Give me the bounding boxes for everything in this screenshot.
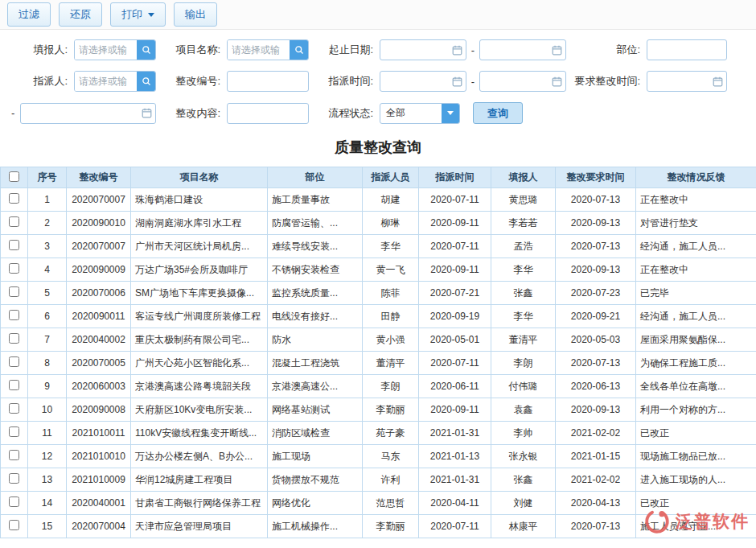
project-search-button[interactable] [290,40,308,60]
assignee-link[interactable]: 李勤丽 [363,398,419,422]
calendar-icon[interactable] [713,76,723,87]
row-checkbox[interactable] [9,496,19,507]
project-link[interactable]: 华润12城房建工程项目 [131,468,268,492]
project-link[interactable]: 天津市应急管理局项目 [131,515,268,538]
project-input[interactable] [228,40,290,60]
project-link[interactable]: 珠海鹤港口建设 [131,188,268,212]
reporter-link[interactable]: 张永银 [491,445,556,468]
code-link[interactable]: 2020060003 [67,375,131,398]
reporter-link[interactable]: 李华 [491,305,556,328]
row-checkbox[interactable] [9,426,19,437]
code-link[interactable]: 2020090010 [67,212,131,235]
code-link[interactable]: 2020070007 [67,235,131,258]
row-checkbox[interactable] [9,473,19,484]
select-all-checkbox[interactable] [9,171,19,182]
reporter-link[interactable]: 李若若 [491,212,556,235]
row-checkbox[interactable] [9,450,19,460]
row-checkbox[interactable] [9,403,19,414]
assignee-link[interactable]: 李朗 [363,375,419,398]
project-link[interactable]: SM广场地下车库更换摄像... [131,282,268,305]
code-link[interactable]: 2021010009 [67,468,131,492]
code-link[interactable]: 2020090009 [67,258,131,282]
project-link[interactable]: 湖南洞庭湖水库引水工程 [131,212,268,235]
project-link[interactable]: 广州市天河区统计局机房... [131,235,268,258]
assignee-link[interactable]: 范思哲 [363,492,419,515]
reporter-link[interactable]: 董清平 [491,328,556,352]
row-checkbox[interactable] [9,520,19,530]
reporter-link[interactable]: 黄思璐 [491,188,556,212]
filter-button[interactable]: 过滤 [7,2,51,27]
restore-button[interactable]: 还原 [59,2,102,27]
assignee-link[interactable]: 黄一飞 [363,258,419,282]
query-button[interactable]: 查询 [473,102,523,124]
code-link[interactable]: 2020090008 [67,398,131,422]
assigner-input[interactable] [75,72,137,91]
assignee-link[interactable]: 李勤丽 [363,515,419,538]
reporter-link[interactable]: 李帅 [491,422,556,445]
project-link[interactable]: 广州天心苑小区智能化系... [131,352,268,375]
assignee-link[interactable]: 柳琳 [363,212,419,235]
export-button[interactable]: 输出 [174,2,217,27]
row-checkbox[interactable] [9,193,19,204]
reporter-link[interactable]: 孟浩 [491,235,556,258]
reporter-link[interactable]: 林康平 [491,515,556,538]
code-input[interactable] [227,71,309,92]
code-link[interactable]: 2020070006 [67,282,131,305]
row-checkbox[interactable] [9,333,19,344]
reporter-link[interactable]: 张鑫 [491,282,556,305]
row-checkbox[interactable] [9,240,19,250]
reporter-input[interactable] [75,40,137,60]
row-checkbox[interactable] [9,263,19,274]
project-link[interactable]: 重庆太极制药有限公司宅... [131,328,268,352]
code-link[interactable]: 2020040001 [67,492,131,515]
assignee-link[interactable]: 黄小强 [363,328,419,352]
reporter-link[interactable]: 付伟璐 [491,375,556,398]
code-link[interactable]: 2020040002 [67,328,131,352]
code-link[interactable]: 2020070007 [67,188,131,212]
content-input[interactable] [227,103,309,124]
calendar-icon[interactable] [552,45,562,56]
project-link[interactable]: 万达广场35#会所及咖啡厅 [131,258,268,282]
assignee-link[interactable]: 马东 [363,445,419,468]
reporter-link[interactable]: 李华 [491,258,556,282]
calendar-icon[interactable] [452,76,462,87]
assignee-link[interactable]: 董清平 [363,352,419,375]
project-link[interactable]: 甘肃省工商银行网络保养工程 [131,492,268,515]
assignee-link[interactable]: 陈菲 [363,282,419,305]
code-link[interactable]: 2020070005 [67,352,131,375]
calendar-icon[interactable] [142,108,152,118]
status-select[interactable]: 全部 [380,103,460,124]
row-checkbox[interactable] [9,310,19,320]
reporter-search-button[interactable] [137,40,155,60]
project-link[interactable]: 110kV安徽线程集变开断线... [131,422,268,445]
code-link[interactable]: 2020090011 [67,305,131,328]
reporter-link[interactable]: 李朗 [491,352,556,375]
print-button[interactable]: 打印 [110,2,166,27]
table-row: 132021010009华润12城房建工程项目货物摆放不规范许利2021-01-… [1,468,756,492]
assignee-link[interactable]: 许利 [363,468,419,492]
project-link[interactable]: 天府新区10Kv变电所安装... [131,398,268,422]
project-link[interactable]: 京港澳高速公路粤境韶关段 [131,375,268,398]
assigner-search-button[interactable] [137,72,155,91]
row-checkbox[interactable] [9,216,19,227]
assignee-link[interactable]: 胡建 [363,188,419,212]
calendar-icon[interactable] [552,76,562,87]
assignee-link[interactable]: 苑子豪 [363,422,419,445]
code-link[interactable]: 2021010011 [67,422,131,445]
dropdown-button[interactable] [442,104,459,123]
project-link[interactable]: 万达办公楼左侧A、B办公... [131,445,268,468]
part-input[interactable] [647,39,727,60]
code-link[interactable]: 2021010010 [67,445,131,468]
project-link[interactable]: 客运专线广州调度所装修工程 [131,305,268,328]
row-checkbox[interactable] [9,380,19,390]
reporter-link[interactable]: 刘健 [491,492,556,515]
assignee-link[interactable]: 李华 [363,235,419,258]
assignee-link[interactable]: 田静 [363,305,419,328]
row-checkbox[interactable] [9,356,19,367]
require-time-to-input[interactable] [21,108,155,119]
row-checkbox[interactable] [9,286,19,297]
reporter-link[interactable]: 袁鑫 [491,398,556,422]
calendar-icon[interactable] [452,45,462,56]
code-link[interactable]: 2020070004 [67,515,131,538]
reporter-link[interactable]: 张鑫 [491,468,556,492]
